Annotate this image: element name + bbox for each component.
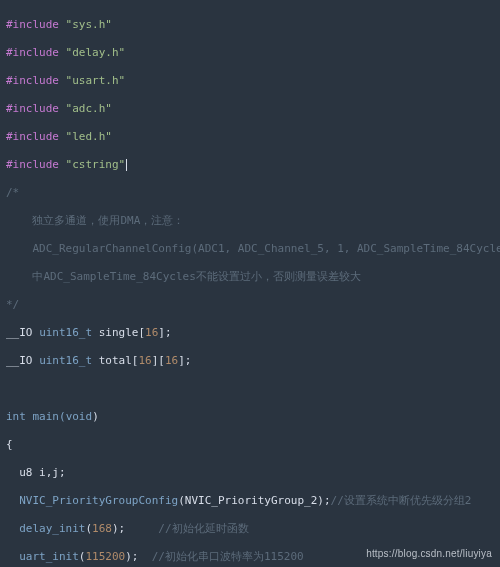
var-declaration: __IO uint16_t single[16]; [6, 326, 494, 340]
comment-line: 独立多通道，使用DMA，注意： [6, 214, 494, 228]
brace-open: { [6, 438, 494, 452]
comment-close: */ [6, 298, 494, 312]
delay-init-call: delay_init(168); //初始化延时函数 [6, 522, 494, 536]
var-decl-local: u8 i,j; [6, 466, 494, 480]
include-line: #include "adc.h" [6, 102, 494, 116]
comment-line: 中ADC_SampleTime_84Cycles不能设置过小，否则测量误差较大 [6, 270, 494, 284]
include-file: "sys.h" [66, 18, 112, 31]
comment-line: ADC_RegularChannelConfig(ADC1, ADC_Chann… [6, 242, 494, 256]
include-line: #include "sys.h" [6, 18, 494, 32]
text-cursor [126, 159, 127, 171]
main-signature: int main(void) [6, 410, 494, 424]
include-line: #include "cstring" [6, 158, 494, 172]
comment-open: /* [6, 186, 494, 200]
code-block: #include "sys.h" #include "delay.h" #inc… [0, 0, 500, 567]
var-declaration: __IO uint16_t total[16][16]; [6, 354, 494, 368]
include-line: #include "delay.h" [6, 46, 494, 60]
watermark-text: https://blog.csdn.net/liuyiya [366, 547, 492, 561]
include-directive: #include [6, 18, 59, 31]
blank-line [6, 382, 494, 396]
include-line: #include "usart.h" [6, 74, 494, 88]
include-line: #include "led.h" [6, 130, 494, 144]
nvic-call: NVIC_PriorityGroupConfig(NVIC_PriorityGr… [6, 494, 494, 508]
